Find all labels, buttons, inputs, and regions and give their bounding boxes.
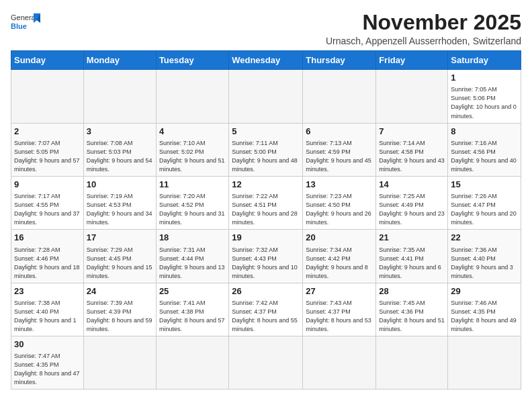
calendar-week-row: 23Sunrise: 7:38 AMSunset: 4:40 PMDayligh… (11, 283, 521, 336)
day-info: Sunrise: 7:35 AMSunset: 4:41 PMDaylight:… (379, 246, 445, 281)
calendar-body: 1Sunrise: 7:05 AMSunset: 5:06 PMDaylight… (11, 70, 521, 390)
table-row (303, 336, 376, 390)
day-number: 28 (379, 285, 445, 298)
table-row: 23Sunrise: 7:38 AMSunset: 4:40 PMDayligh… (11, 283, 84, 336)
day-number: 22 (451, 232, 518, 244)
table-row: 2Sunrise: 7:07 AMSunset: 5:05 PMDaylight… (11, 123, 84, 176)
day-number: 26 (232, 285, 300, 298)
table-row: 7Sunrise: 7:14 AMSunset: 4:58 PMDaylight… (376, 123, 448, 176)
svg-text:General: General (11, 13, 37, 21)
table-row: 8Sunrise: 7:16 AMSunset: 4:56 PMDaylight… (448, 123, 521, 176)
day-info: Sunrise: 7:42 AMSunset: 4:37 PMDaylight:… (232, 299, 300, 334)
table-row: 21Sunrise: 7:35 AMSunset: 4:41 PMDayligh… (376, 230, 448, 283)
calendar-header-row: Sunday Monday Tuesday Wednesday Thursday… (11, 51, 521, 70)
table-row: 15Sunrise: 7:26 AMSunset: 4:47 PMDayligh… (448, 176, 521, 229)
day-info: Sunrise: 7:28 AMSunset: 4:46 PMDaylight:… (14, 246, 81, 281)
table-row: 25Sunrise: 7:41 AMSunset: 4:38 PMDayligh… (156, 283, 228, 336)
day-info: Sunrise: 7:08 AMSunset: 5:03 PMDaylight:… (87, 139, 153, 174)
day-number: 19 (232, 232, 300, 244)
day-number: 11 (159, 179, 226, 191)
day-number: 25 (159, 285, 226, 298)
day-number: 30 (14, 338, 81, 351)
day-number: 5 (232, 126, 300, 138)
day-info: Sunrise: 7:32 AMSunset: 4:43 PMDaylight:… (232, 246, 300, 281)
table-row: 14Sunrise: 7:25 AMSunset: 4:49 PMDayligh… (376, 176, 448, 229)
table-row (156, 70, 228, 123)
table-row: 26Sunrise: 7:42 AMSunset: 4:37 PMDayligh… (229, 283, 303, 336)
table-row (229, 336, 303, 390)
day-number: 13 (306, 179, 373, 191)
table-row: 24Sunrise: 7:39 AMSunset: 4:39 PMDayligh… (83, 283, 156, 336)
day-info: Sunrise: 7:43 AMSunset: 4:37 PMDaylight:… (306, 299, 373, 334)
day-number: 8 (451, 126, 518, 138)
table-row: 10Sunrise: 7:19 AMSunset: 4:53 PMDayligh… (83, 176, 156, 229)
calendar-week-row: 2Sunrise: 7:07 AMSunset: 5:05 PMDaylight… (11, 123, 521, 176)
col-saturday: Saturday (448, 51, 521, 70)
table-row: 5Sunrise: 7:11 AMSunset: 5:00 PMDaylight… (229, 123, 303, 176)
col-thursday: Thursday (303, 51, 376, 70)
calendar-week-row: 1Sunrise: 7:05 AMSunset: 5:06 PMDaylight… (11, 70, 521, 123)
day-number: 14 (379, 179, 445, 191)
calendar-table: Sunday Monday Tuesday Wednesday Thursday… (11, 50, 521, 390)
day-info: Sunrise: 7:14 AMSunset: 4:58 PMDaylight:… (379, 139, 445, 174)
table-row: 19Sunrise: 7:32 AMSunset: 4:43 PMDayligh… (229, 230, 303, 283)
day-info: Sunrise: 7:38 AMSunset: 4:40 PMDaylight:… (14, 299, 81, 334)
day-number: 2 (14, 126, 81, 138)
day-info: Sunrise: 7:11 AMSunset: 5:00 PMDaylight:… (232, 139, 300, 174)
day-info: Sunrise: 7:20 AMSunset: 4:52 PMDaylight:… (159, 192, 226, 227)
col-tuesday: Tuesday (156, 51, 228, 70)
day-info: Sunrise: 7:05 AMSunset: 5:06 PMDaylight:… (451, 85, 518, 120)
day-number: 3 (87, 126, 153, 138)
day-info: Sunrise: 7:26 AMSunset: 4:47 PMDaylight:… (451, 192, 518, 227)
calendar-week-row: 30Sunrise: 7:47 AMSunset: 4:35 PMDayligh… (11, 336, 521, 390)
table-row: 12Sunrise: 7:22 AMSunset: 4:51 PMDayligh… (229, 176, 303, 229)
day-info: Sunrise: 7:22 AMSunset: 4:51 PMDaylight:… (232, 192, 300, 227)
day-info: Sunrise: 7:16 AMSunset: 4:56 PMDaylight:… (451, 139, 518, 174)
day-info: Sunrise: 7:13 AMSunset: 4:59 PMDaylight:… (306, 139, 373, 174)
day-info: Sunrise: 7:36 AMSunset: 4:40 PMDaylight:… (451, 246, 518, 281)
day-number: 29 (451, 285, 518, 298)
day-info: Sunrise: 7:10 AMSunset: 5:02 PMDaylight:… (159, 139, 226, 174)
day-number: 9 (14, 179, 81, 191)
table-row: 9Sunrise: 7:17 AMSunset: 4:55 PMDaylight… (11, 176, 84, 229)
day-info: Sunrise: 7:19 AMSunset: 4:53 PMDaylight:… (87, 192, 153, 227)
table-row: 16Sunrise: 7:28 AMSunset: 4:46 PMDayligh… (11, 230, 84, 283)
day-number: 18 (159, 232, 226, 244)
table-row (303, 70, 376, 123)
day-number: 27 (306, 285, 373, 298)
day-info: Sunrise: 7:45 AMSunset: 4:36 PMDaylight:… (379, 299, 445, 334)
day-info: Sunrise: 7:47 AMSunset: 4:35 PMDaylight:… (14, 352, 81, 387)
header: General Blue November 2025 Urnasch, Appe… (11, 11, 521, 46)
day-number: 17 (87, 232, 153, 244)
day-number: 20 (306, 232, 373, 244)
table-row: 3Sunrise: 7:08 AMSunset: 5:03 PMDaylight… (83, 123, 156, 176)
calendar-subtitle: Urnasch, Appenzell Ausserrhoden, Switzer… (326, 36, 521, 46)
day-info: Sunrise: 7:39 AMSunset: 4:39 PMDaylight:… (87, 299, 153, 334)
col-sunday: Sunday (11, 51, 84, 70)
day-info: Sunrise: 7:25 AMSunset: 4:49 PMDaylight:… (379, 192, 445, 227)
table-row (83, 70, 156, 123)
title-block: November 2025 Urnasch, Appenzell Ausserr… (326, 11, 521, 46)
logo: General Blue (11, 11, 43, 32)
table-row: 27Sunrise: 7:43 AMSunset: 4:37 PMDayligh… (303, 283, 376, 336)
day-number: 15 (451, 179, 518, 191)
day-number: 6 (306, 126, 373, 138)
table-row: 1Sunrise: 7:05 AMSunset: 5:06 PMDaylight… (448, 70, 521, 123)
table-row (229, 70, 303, 123)
table-row: 29Sunrise: 7:46 AMSunset: 4:35 PMDayligh… (448, 283, 521, 336)
day-info: Sunrise: 7:23 AMSunset: 4:50 PMDaylight:… (306, 192, 373, 227)
table-row (83, 336, 156, 390)
calendar-week-row: 16Sunrise: 7:28 AMSunset: 4:46 PMDayligh… (11, 230, 521, 283)
table-row: 6Sunrise: 7:13 AMSunset: 4:59 PMDaylight… (303, 123, 376, 176)
day-number: 7 (379, 126, 445, 138)
table-row: 30Sunrise: 7:47 AMSunset: 4:35 PMDayligh… (11, 336, 84, 390)
day-number: 12 (232, 179, 300, 191)
day-info: Sunrise: 7:17 AMSunset: 4:55 PMDaylight:… (14, 192, 81, 227)
day-number: 4 (159, 126, 226, 138)
day-number: 23 (14, 285, 81, 298)
col-wednesday: Wednesday (229, 51, 303, 70)
calendar-page: General Blue November 2025 Urnasch, Appe… (0, 0, 532, 396)
day-number: 16 (14, 232, 81, 244)
table-row (11, 70, 84, 123)
day-number: 24 (87, 285, 153, 298)
